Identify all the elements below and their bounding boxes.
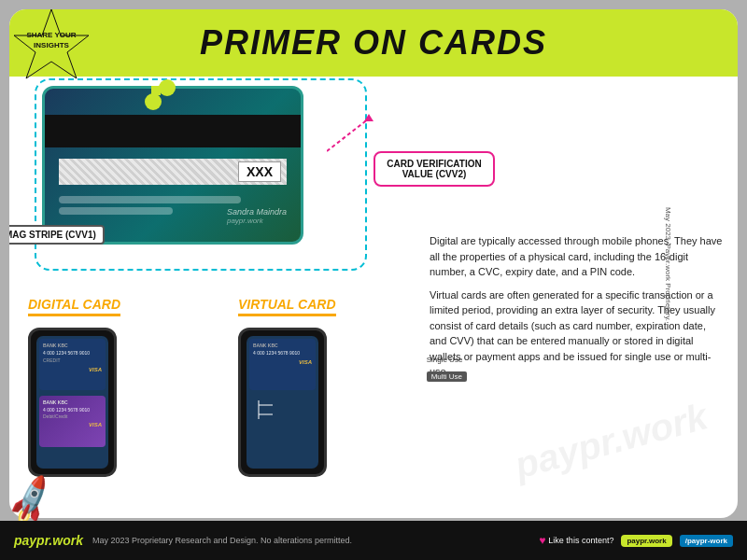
mini-card-2: BANK KBC 4 000 1234 5678 9010 Debit/Cred… [39, 396, 106, 447]
footer-like: ♥ Like this content? [539, 534, 613, 547]
card-name: Sandra Maindra paypr.work [227, 207, 287, 225]
footer-right: ♥ Like this content? paypr.work /paypr-w… [539, 534, 733, 547]
mag-label-text: MAG STRIPE (CVV1) [9, 225, 105, 245]
use-options [247, 393, 318, 427]
virtual-card-phone: BANK KBC 4 000 1234 5678 9010 VISA [238, 328, 416, 477]
deco-dot-3 [151, 86, 161, 95]
digital-card-title: DIGITAL CARD [28, 297, 120, 316]
side-date: May 2023. Paypr.work Proprietary. [663, 206, 671, 320]
footer-copyright: May 2023 Proprietary Research and Design… [92, 536, 529, 545]
multi-use-label: Multi Use [427, 371, 467, 382]
cvv2-arrow-line [327, 114, 383, 170]
digital-description: Digital are typically accessed through m… [430, 233, 724, 280]
virtual-phone-mockup: BANK KBC 4 000 1234 5678 9010 VISA [238, 328, 327, 477]
single-use-label: Single Use [427, 356, 467, 364]
card-container: XXX Sandra Maindra paypr.work ➤ [42, 86, 359, 263]
footer-bar: paypr.work May 2023 Proprietary Research… [0, 521, 747, 560]
right-column: Digital are typically accessed through m… [425, 86, 724, 509]
svg-marker-1 [364, 114, 374, 121]
signature-strip: XXX [59, 159, 287, 185]
virtual-card-title: VIRTUAL CARD [238, 297, 336, 316]
virtual-mini-card: BANK KBC 4 000 1234 5678 9010 VISA [249, 339, 316, 390]
credit-card: XXX Sandra Maindra paypr.work [42, 86, 303, 245]
card-number-line-1 [59, 196, 241, 203]
left-column: XXX Sandra Maindra paypr.work ➤ [23, 86, 416, 509]
deco-dot-2 [145, 93, 162, 110]
svg-line-0 [327, 119, 369, 151]
card-number-line-2 [59, 207, 173, 215]
svg-text:SHARE YOUR: SHARE YOUR [26, 31, 76, 39]
magnetic-stripe [45, 115, 301, 147]
cvv2-callout-container: CARD VERIFICATION VALUE (CVV2) [374, 151, 495, 187]
virtual-phone-screen: BANK KBC 4 000 1234 5678 9010 VISA [247, 336, 318, 469]
cvv2-callout-box: CARD VERIFICATION VALUE (CVV2) [374, 151, 495, 187]
footer-logo: paypr.work [14, 533, 83, 548]
starburst-badge: SHARE YOUR INSIGHTS [9, 7, 93, 91]
content-area: XXX Sandra Maindra paypr.work ➤ [9, 77, 738, 518]
footer-linkedin[interactable]: /paypr-work [680, 535, 733, 547]
use-labels: Single Use Multi Use [427, 356, 467, 382]
cards-section: DIGITAL CARD BANK KBC 4 000 1234 5678 90… [28, 296, 416, 477]
heart-icon: ♥ [539, 534, 545, 547]
page-title: PRIMER ON CARDS [200, 23, 547, 63]
deco-dot-1 [159, 79, 176, 96]
svg-text:INSIGHTS: INSIGHTS [34, 41, 69, 49]
digital-phone-mockup: BANK KBC 4 000 1234 5678 9010 CREDIT VIS… [28, 328, 117, 477]
virtual-card-section: VIRTUAL CARD BANK KBC 4 000 1234 5678 90… [238, 296, 416, 477]
header-bar: PRIMER ON CARDS [9, 9, 738, 77]
digital-card-section: DIGITAL CARD BANK KBC 4 000 1234 5678 90… [28, 296, 205, 477]
starburst-svg: SHARE YOUR INSIGHTS [9, 7, 93, 91]
virtual-description: Virtual cards are often generated for a … [430, 287, 724, 380]
digital-phone-screen: BANK KBC 4 000 1234 5678 9010 CREDIT VIS… [36, 336, 108, 469]
mini-card-1: BANK KBC 4 000 1234 5678 9010 CREDIT VIS… [39, 339, 106, 390]
use-tree-icon [249, 396, 296, 424]
footer-badge[interactable]: paypr.work [621, 535, 671, 547]
main-card: PRIMER ON CARDS paypr.work May 2023. Pay… [9, 9, 738, 518]
digital-card-phone: BANK KBC 4 000 1234 5678 9010 CREDIT VIS… [28, 328, 205, 477]
cvv-box: XXX [238, 161, 281, 182]
